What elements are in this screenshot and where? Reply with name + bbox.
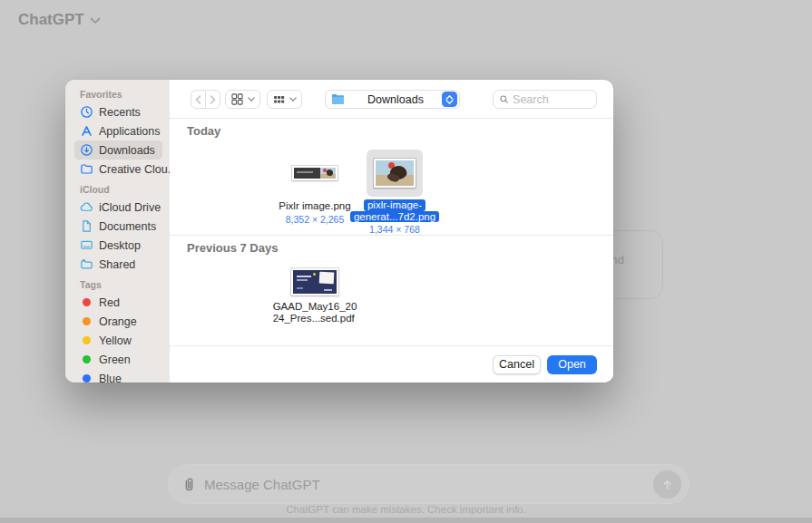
back-button[interactable]: [191, 90, 206, 109]
sidebar-item-label: Applications: [99, 125, 160, 138]
document-icon: [80, 219, 93, 233]
brand-title: ChatGPT: [18, 11, 84, 29]
shared-folder-icon: [80, 257, 93, 271]
sidebar-item-label: Green: [99, 354, 131, 366]
sidebar-item-label: Creative Clou...: [99, 163, 170, 176]
file-thumbnail-banner: [292, 166, 338, 180]
stepper-icon: [442, 92, 457, 107]
sidebar-section-favorites: Favorites: [80, 89, 162, 100]
sidebar-section-icloud: iCloud: [80, 184, 162, 195]
chevron-right-icon: [210, 95, 216, 104]
sidebar-item-documents[interactable]: Documents: [74, 217, 162, 236]
sidebar-section-tags: Tags: [80, 279, 162, 290]
grid-view-icon: [231, 93, 243, 105]
open-button[interactable]: Open: [547, 355, 597, 374]
tag-dot-red: [83, 298, 91, 306]
disclaimer-text: ChatGPT can make mistakes. Check importa…: [0, 504, 812, 515]
file-name-selected: pixlr-image- generat...7d2.png: [350, 199, 439, 222]
sidebar-tag-orange[interactable]: Orange: [74, 312, 162, 331]
sidebar-item-label: Desktop: [99, 239, 141, 252]
file-thumbnail-pdf: [291, 268, 338, 295]
desktop-icon: [80, 238, 93, 252]
file-dimensions: 1,344 × 768: [369, 224, 420, 235]
section-title-today: Today: [187, 124, 220, 138]
today-files: Pixlr image.png 8,352 × 2,265 pixlr-imag…: [275, 150, 435, 235]
sidebar-tag-green[interactable]: Green: [74, 350, 162, 369]
chevron-left-icon: [195, 95, 201, 104]
sidebar-item-label: Orange: [99, 315, 137, 328]
sidebar-item-label: Red: [99, 296, 120, 309]
tag-dot-yellow: [83, 336, 91, 344]
sidebar-item-downloads[interactable]: Downloads: [74, 140, 162, 160]
file-open-dialog: Favorites Recents Applications Downloads…: [65, 80, 613, 383]
tag-dot-orange: [83, 317, 91, 325]
message-composer[interactable]: [168, 464, 690, 504]
sidebar-item-applications[interactable]: Applications: [74, 121, 162, 140]
sidebar-tag-red[interactable]: Red: [74, 293, 162, 312]
applications-icon: [80, 124, 93, 138]
finder-sidebar: Favorites Recents Applications Downloads…: [65, 80, 170, 383]
chevron-down-icon: [90, 17, 101, 24]
location-label: Downloads: [354, 93, 437, 106]
chevron-down-icon: [248, 97, 255, 102]
location-dropdown[interactable]: Downloads: [325, 90, 460, 109]
message-input[interactable]: [204, 477, 653, 492]
group-view-button[interactable]: [267, 90, 302, 109]
sidebar-item-desktop[interactable]: Desktop: [74, 236, 162, 255]
forward-button[interactable]: [205, 90, 220, 109]
file-browser-content: Today Pixlr image.png 8,352 × 2,265: [170, 119, 613, 345]
sidebar-item-label: iCloud Drive: [99, 201, 161, 214]
file-dimensions: 8,352 × 2,265: [286, 214, 345, 225]
tag-dot-blue: [83, 374, 91, 383]
dialog-toolbar: Downloads: [170, 80, 613, 119]
search-field[interactable]: [493, 90, 597, 109]
dialog-footer: Cancel Open: [170, 345, 613, 383]
download-circle-icon: [80, 143, 93, 157]
file-name: Pixlr image.png: [279, 200, 350, 212]
sidebar-item-icloud-drive[interactable]: iCloud Drive: [74, 198, 162, 217]
icon-view-button[interactable]: [225, 90, 260, 109]
tag-dot-green: [83, 355, 91, 363]
section-title-previous: Previous 7 Days: [187, 241, 278, 255]
section-divider: [170, 235, 613, 236]
sidebar-item-recents[interactable]: Recents: [74, 102, 162, 121]
sidebar-item-label: Recents: [99, 106, 141, 119]
file-item-gaad-pdf[interactable]: GAAD_May16_20 24_Pres...sed.pdf: [279, 268, 350, 324]
file-item-pixlr-generated-selected[interactable]: pixlr-image- generat...7d2.png 1,344 × 7…: [355, 150, 435, 235]
sidebar-tag-blue[interactable]: Blue: [74, 369, 162, 383]
chatgpt-model-switcher[interactable]: ChatGPT: [18, 11, 101, 29]
sidebar-item-shared[interactable]: Shared: [74, 255, 162, 274]
arrow-up-icon: [660, 478, 674, 491]
folder-blue-icon: [331, 93, 345, 105]
send-button[interactable]: [653, 470, 681, 499]
sidebar-item-label: Yellow: [99, 334, 132, 347]
cancel-button[interactable]: Cancel: [493, 355, 541, 374]
sidebar-item-creative-cloud[interactable]: Creative Clou...: [74, 160, 162, 179]
search-input[interactable]: [513, 93, 591, 106]
chevron-down-icon: [289, 97, 297, 102]
sidebar-tag-yellow[interactable]: Yellow: [74, 331, 162, 350]
paperclip-icon[interactable]: [181, 477, 197, 492]
search-icon: [499, 93, 509, 105]
sidebar-item-label: Downloads: [99, 144, 155, 157]
group-view-icon: [273, 95, 285, 104]
sidebar-item-label: Blue: [99, 373, 122, 383]
file-name: GAAD_May16_20 24_Pres...sed.pdf: [273, 301, 357, 324]
bottom-edge: [0, 518, 812, 523]
clock-icon: [80, 105, 93, 119]
file-item-pixlr-image[interactable]: Pixlr image.png 8,352 × 2,265: [275, 150, 355, 235]
sidebar-item-label: Shared: [99, 258, 135, 271]
file-thumbnail-photo: [374, 159, 416, 188]
sidebar-item-label: Documents: [99, 220, 156, 233]
dialog-main: Downloads Today: [170, 80, 613, 383]
cloud-icon: [80, 200, 93, 214]
folder-icon: [80, 162, 93, 176]
